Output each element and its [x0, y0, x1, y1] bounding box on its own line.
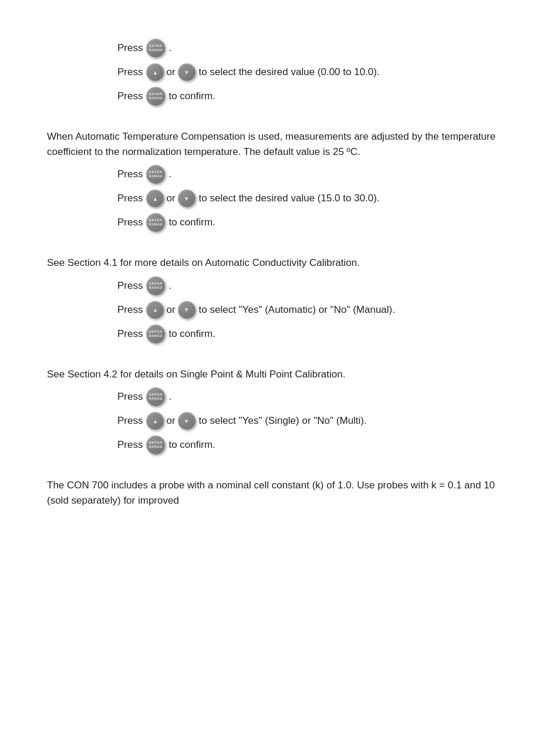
- press-label: Press: [117, 65, 143, 79]
- enter-button[interactable]: ENTER RANGE: [146, 165, 165, 184]
- press-label: Press: [117, 414, 143, 428]
- instruction-line-1-3: Press ENTER RANGE to confirm.: [117, 87, 513, 106]
- line-text: to select the desired value (0.00 to 10.…: [199, 65, 380, 79]
- section-2: When Automatic Temperature Compensation …: [47, 129, 513, 232]
- page-content: Press ENTER RANGE . Press or to: [47, 39, 513, 508]
- section-5: The CON 700 includes a probe with a nomi…: [47, 478, 513, 508]
- instruction-block-3: Press ENTER RANGE . Press or to: [117, 276, 513, 343]
- down-button[interactable]: [178, 190, 195, 207]
- section-4: See Section 4.2 for details on Single Po…: [47, 367, 513, 455]
- enter-button[interactable]: ENTER RANGE: [146, 39, 165, 58]
- instruction-line-1-2: Press or to select the desired value (0.…: [117, 63, 513, 81]
- down-button[interactable]: [178, 301, 195, 319]
- instruction-line-3-1: Press ENTER RANGE .: [117, 276, 513, 295]
- press-label: Press: [117, 303, 143, 317]
- or-text: or: [166, 65, 175, 79]
- enter-button[interactable]: ENTER RANGE: [146, 213, 165, 232]
- instruction-line-2-1: Press ENTER RANGE .: [117, 165, 513, 184]
- instruction-line-2-3: Press ENTER RANGE to confirm.: [117, 213, 513, 232]
- instruction-block-4: Press ENTER RANGE . Press or to: [117, 387, 513, 454]
- instruction-line-3-3: Press ENTER RANGE to confirm.: [117, 325, 513, 343]
- up-button[interactable]: [146, 301, 164, 319]
- enter-button[interactable]: ENTER RANGE: [146, 276, 165, 295]
- instruction-line-2-2: Press or to select the desired value (15…: [117, 190, 513, 207]
- section-1: Press ENTER RANGE . Press or to: [47, 39, 513, 106]
- section-4-paragraph: See Section 4.2 for details on Single Po…: [47, 367, 513, 382]
- press-label: Press: [117, 167, 143, 181]
- or-text: or: [166, 191, 175, 205]
- up-button[interactable]: [146, 63, 164, 81]
- press-label: Press: [117, 279, 143, 293]
- enter-button[interactable]: ENTER RANGE: [146, 325, 165, 343]
- press-label: Press: [117, 327, 143, 341]
- line-text: to select "Yes" (Automatic) or "No" (Man…: [199, 303, 395, 317]
- instruction-line-4-2: Press or to select "Yes" (Single) or "No…: [117, 412, 513, 430]
- instruction-block-1: Press ENTER RANGE . Press or to: [117, 39, 513, 106]
- press-label: Press: [117, 191, 143, 205]
- press-label: Press: [117, 215, 143, 230]
- press-label: Press: [117, 89, 143, 103]
- press-label: Press: [117, 390, 143, 404]
- instruction-line-4-1: Press ENTER RANGE .: [117, 387, 513, 406]
- line-text: to select "Yes" (Single) or "No" (Multi)…: [199, 414, 367, 428]
- or-text: or: [166, 414, 175, 428]
- or-text: or: [166, 303, 175, 317]
- press-label: Press: [117, 438, 143, 452]
- press-label: Press: [117, 41, 143, 55]
- enter-button[interactable]: ENTER RANGE: [146, 436, 165, 454]
- section-3: See Section 4.1 for more details on Auto…: [47, 255, 513, 343]
- instruction-line-4-3: Press ENTER RANGE to confirm.: [117, 436, 513, 454]
- down-button[interactable]: [178, 63, 195, 81]
- section-5-paragraph: The CON 700 includes a probe with a nomi…: [47, 478, 513, 508]
- instruction-line-1-1: Press ENTER RANGE .: [117, 39, 513, 58]
- section-2-paragraph: When Automatic Temperature Compensation …: [47, 129, 513, 159]
- instruction-line-3-2: Press or to select "Yes" (Automatic) or …: [117, 301, 513, 319]
- section-3-paragraph: See Section 4.1 for more details on Auto…: [47, 255, 513, 271]
- up-button[interactable]: [146, 412, 164, 430]
- enter-button[interactable]: ENTER RANGE: [146, 87, 165, 106]
- down-button[interactable]: [178, 412, 195, 430]
- line-text: to select the desired value (15.0 to 30.…: [199, 191, 380, 205]
- up-button[interactable]: [146, 190, 164, 207]
- instruction-block-2: Press ENTER RANGE . Press or to: [117, 165, 513, 232]
- enter-button[interactable]: ENTER RANGE: [146, 387, 165, 406]
